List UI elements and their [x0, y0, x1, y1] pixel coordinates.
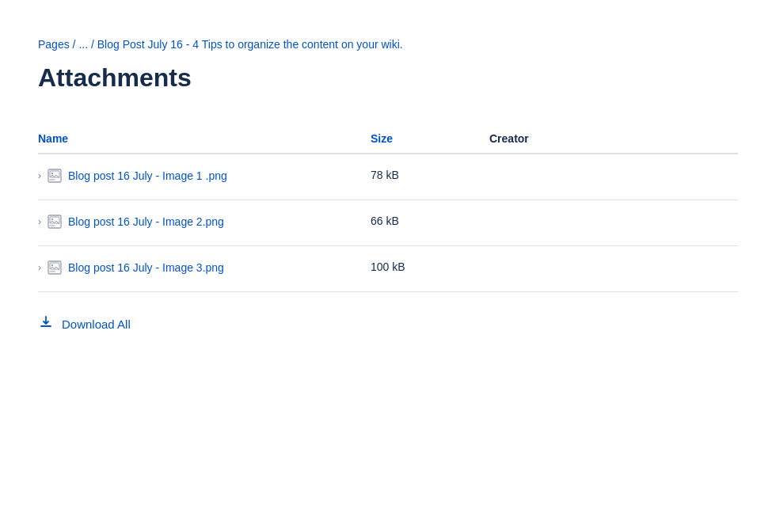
file-creator — [489, 246, 738, 292]
file-name[interactable]: Blog post 16 July - Image 2.png — [68, 215, 224, 230]
file-size: 66 kB — [371, 200, 489, 246]
table-row: › Blog post 16 July - Image 2.png 66 kB — [38, 200, 738, 246]
file-name[interactable]: Blog post 16 July - Image 3.png — [68, 260, 224, 276]
file-creator — [489, 200, 738, 246]
page-title: Attachments — [38, 63, 738, 93]
row-expand-chevron[interactable]: › — [38, 216, 41, 227]
download-all-section: Download All — [38, 308, 738, 340]
file-size: 100 kB — [371, 246, 489, 292]
row-expand-chevron[interactable]: › — [38, 170, 41, 181]
download-all-button[interactable]: Download All — [38, 308, 131, 340]
image-file-icon — [48, 169, 62, 185]
svg-point-6 — [51, 218, 53, 220]
file-size: 78 kB — [371, 154, 489, 200]
image-file-icon — [48, 215, 62, 231]
attachments-table: Name Size Creator › Blog post 16 July - … — [38, 124, 738, 292]
row-expand-chevron[interactable]: › — [38, 262, 41, 273]
file-name[interactable]: Blog post 16 July - Image 1 .png — [68, 169, 227, 184]
breadcrumb: Pages / ... / Blog Post July 16 - 4 Tips… — [38, 38, 738, 51]
column-header-creator: Creator — [489, 124, 738, 154]
table-row: › Blog post 16 July - Image 3.png 100 kB — [38, 246, 738, 292]
table-row: › Blog post 16 July - Image 1 .png 78 kB — [38, 154, 738, 200]
download-all-label: Download All — [62, 317, 131, 331]
column-header-size[interactable]: Size — [371, 124, 489, 154]
column-header-name[interactable]: Name — [38, 124, 371, 154]
svg-point-10 — [51, 264, 53, 266]
image-file-icon — [48, 260, 62, 277]
breadcrumb-sep1: / — [70, 38, 76, 51]
breadcrumb-page-title-link[interactable]: Blog Post July 16 - 4 Tips to organize t… — [97, 38, 403, 51]
breadcrumb-sep2: / — [91, 38, 97, 51]
file-creator — [489, 154, 738, 200]
breadcrumb-pages-link[interactable]: Pages — [38, 38, 70, 51]
breadcrumb-ellipsis-link[interactable]: ... — [78, 38, 88, 51]
table-header-row: Name Size Creator — [38, 124, 738, 154]
svg-point-2 — [51, 173, 53, 174]
download-icon — [38, 314, 54, 334]
